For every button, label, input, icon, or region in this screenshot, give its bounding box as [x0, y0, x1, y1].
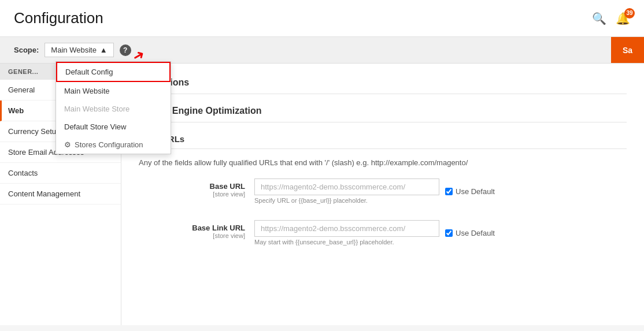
base-link-url-input[interactable]: [254, 220, 439, 237]
url-options-title: Url Options: [139, 77, 627, 94]
dropdown-item-default-store-view[interactable]: Default Store View: [56, 118, 171, 136]
base-url-use-default-checkbox[interactable]: [445, 188, 453, 195]
base-link-url-use-default-checkbox[interactable]: [445, 229, 453, 237]
base-link-url-input-col: May start with {{unsecure_base_url}} pla…: [254, 220, 439, 246]
base-link-url-hint: May start with {{unsecure_base_url}} pla…: [254, 239, 439, 246]
sidebar-item-label: Content Management: [8, 189, 80, 198]
dropdown-item-label: Main Website Store: [64, 105, 129, 113]
base-url-input-col: Specify URL or {{base_url}} placeholder.: [254, 178, 439, 204]
sidebar-item-label: General: [8, 85, 35, 94]
base-link-url-field: May start with {{unsecure_base_url}} pla…: [254, 220, 627, 246]
chevron-up-icon: ▲: [100, 46, 108, 54]
sidebar-item-label: Currency Setup: [8, 127, 60, 136]
notification-badge: 39: [624, 8, 635, 18]
seo-title: Search Engine Optimization: [139, 106, 627, 122]
dropdown-item-default-config[interactable]: Default Config: [56, 62, 171, 82]
scope-select-button[interactable]: Main Website ▲: [45, 43, 113, 57]
header-icons: 🔍 🔔 39: [592, 12, 630, 25]
scope-bar: Scope: Main Website ▲ ? ➜ Default Config…: [0, 37, 644, 64]
base-url-hint: Specify URL or {{base_url}} placeholder.: [254, 197, 439, 204]
base-url-checkbox-label: Use Default: [456, 187, 495, 196]
base-url-field: Specify URL or {{base_url}} placeholder.…: [254, 178, 627, 204]
base-url-label: Base URL: [139, 182, 245, 191]
sidebar-item-content-management[interactable]: Content Management: [0, 184, 121, 204]
search-button[interactable]: 🔍: [592, 12, 606, 25]
dropdown-item-label: Main Website: [64, 87, 110, 95]
base-link-url-use-default-label[interactable]: Use Default: [445, 229, 495, 237]
base-link-url-label: Base Link URL: [139, 224, 245, 232]
base-urls-desc: Any of the fields allow fully qualified …: [139, 158, 627, 167]
base-url-sublabel: [store view]: [139, 191, 245, 198]
sidebar-item-contacts[interactable]: Contacts: [0, 163, 121, 184]
notification-button[interactable]: 🔔 39: [616, 12, 630, 25]
base-link-url-sublabel: [store view]: [139, 232, 245, 239]
sidebar-item-label: Contacts: [8, 169, 38, 177]
scope-dropdown: Default Config Main Website Main Website…: [55, 61, 171, 154]
base-url-label-container: Base URL [store view]: [139, 178, 254, 198]
base-link-url-label-container: Base Link URL [store view]: [139, 220, 254, 239]
dropdown-item-stores-config[interactable]: ⚙ Stores Configuration: [56, 136, 171, 154]
dropdown-item-label: Stores Configuration: [75, 140, 143, 149]
dropdown-item-label: Default Store View: [64, 122, 126, 131]
page-title: Configuration: [14, 9, 103, 27]
gear-icon: ⚙: [64, 140, 71, 149]
dropdown-item-label: Default Config: [65, 68, 113, 76]
base-link-url-checkbox-label: Use Default: [456, 229, 495, 237]
dropdown-item-main-website[interactable]: Main Website: [56, 82, 171, 100]
base-urls-title: Base URLs: [139, 134, 627, 149]
scope-value: Main Website: [51, 46, 97, 54]
base-url-input[interactable]: [254, 178, 439, 195]
dropdown-item-main-website-store: Main Website Store: [56, 100, 171, 118]
base-url-row: Base URL [store view] Specify URL or {{b…: [139, 178, 627, 210]
search-icon: 🔍: [592, 12, 606, 25]
main-content: Url Options Search Engine Optimization B…: [121, 64, 644, 325]
scope-label: Scope:: [14, 46, 39, 54]
save-button[interactable]: Sa: [611, 37, 644, 63]
help-icon[interactable]: ?: [120, 44, 131, 56]
page-header: Configuration 🔍 🔔 39: [0, 0, 644, 37]
base-link-url-row: Base Link URL [store view] May start wit…: [139, 220, 627, 251]
base-url-use-default-label[interactable]: Use Default: [445, 187, 495, 196]
sidebar-item-label: Web: [8, 106, 24, 115]
